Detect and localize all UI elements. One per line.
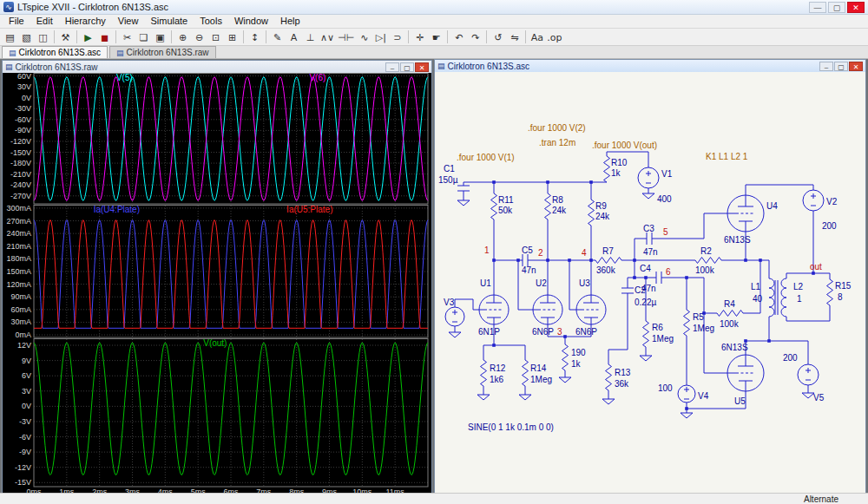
component-label-text[interactable]: 1Meg xyxy=(530,375,552,384)
diode-button[interactable]: ▷| xyxy=(372,29,389,44)
component-label-text[interactable]: 1k xyxy=(571,359,582,369)
resistor-button[interactable]: ∧∨ xyxy=(319,29,336,44)
component-label-text[interactable]: 6N13S xyxy=(724,235,751,245)
run-button[interactable]: ▶ xyxy=(80,29,96,44)
net-label-text[interactable]: 3 xyxy=(557,327,562,337)
move-button[interactable]: ✛ xyxy=(411,29,428,44)
cut-button[interactable]: ✂ xyxy=(119,29,135,44)
tab-schematic[interactable]: ▤Cirklotron 6N13S.asc xyxy=(2,46,108,58)
waveform-minimize-button[interactable]: – xyxy=(385,62,399,72)
schematic-close-button[interactable]: ✕ xyxy=(849,62,863,71)
component-label-text[interactable]: V5 xyxy=(813,393,825,403)
component-label-text[interactable]: 100k xyxy=(720,319,740,329)
component-label-text[interactable]: 150µ xyxy=(438,175,458,185)
spice-directive-text[interactable]: .four 1000 V(out) xyxy=(592,141,657,150)
component-label-text[interactable]: R14 xyxy=(530,363,547,373)
component-label-text[interactable]: 400 xyxy=(657,194,672,204)
tab-waveform[interactable]: ▤Cirklotron 6N13S.raw xyxy=(109,46,216,58)
schematic-canvas[interactable]: .four 1000 V(2).tran 12m.four 1000 V(out… xyxy=(435,72,865,493)
menu-hierarchy[interactable]: Hierarchy xyxy=(59,15,112,28)
net-label-text[interactable]: 5 xyxy=(663,227,668,237)
halt-button[interactable]: ◼ xyxy=(96,29,113,44)
component-button[interactable]: ⊃ xyxy=(389,29,405,44)
component-label-text[interactable]: C4 xyxy=(640,264,651,273)
component-label-text[interactable]: R7 xyxy=(602,246,614,256)
component-label-text[interactable]: R4 xyxy=(724,299,735,309)
component-label-text[interactable]: 8 xyxy=(838,292,843,302)
component-label-text[interactable]: C5 xyxy=(522,245,533,255)
component-label-text[interactable]: 1k xyxy=(611,168,621,178)
redo-button[interactable]: ↷ xyxy=(467,29,483,44)
trace-label-Ia(U5:Plate)[interactable]: Ia(U5:Plate) xyxy=(286,205,332,214)
component-label-text[interactable]: V3 xyxy=(444,298,455,307)
schematic-maximize-button[interactable]: ▢ xyxy=(834,62,848,71)
schematic-window-titlebar[interactable]: ▤ Cirklotron 6N13S.asc –▢✕ xyxy=(435,60,865,72)
component-label-text[interactable]: 1Meg xyxy=(652,334,674,344)
component-label-text[interactable]: U1 xyxy=(480,278,491,288)
wave-pane-plate-currents[interactable]: 300mA270mA240mA210mA180mA150mA120mA90mA6… xyxy=(3,205,431,338)
spice-directive-text[interactable]: K1 L1 L2 1 xyxy=(706,152,748,161)
net-label-text[interactable]: out xyxy=(810,262,822,272)
component-label-text[interactable]: R2 xyxy=(700,246,712,256)
zoom-area-button[interactable]: ⊡ xyxy=(207,29,224,44)
component-label-text[interactable]: R12 xyxy=(490,363,506,373)
ground-button[interactable]: ⊥ xyxy=(302,29,319,44)
component-label-text[interactable]: U4 xyxy=(766,201,778,211)
component-label-text[interactable]: 100k xyxy=(695,265,715,275)
net-label-button[interactable]: A xyxy=(286,29,302,44)
trace-label-V(5)[interactable]: V(5) xyxy=(116,73,133,82)
component-label-text[interactable]: C3 xyxy=(643,224,654,233)
net-label-text[interactable]: 4 xyxy=(582,248,587,258)
component-label-text[interactable]: L2 xyxy=(793,282,804,291)
menu-help[interactable]: Help xyxy=(274,15,306,28)
component-label-text[interactable]: V1 xyxy=(661,169,673,179)
spice-directive-button[interactable]: .op xyxy=(545,29,563,44)
menu-simulate[interactable]: Simulate xyxy=(144,15,194,28)
inductor-button[interactable]: ∿ xyxy=(356,29,372,44)
text-button[interactable]: Aa xyxy=(529,29,545,44)
component-label-text[interactable]: R5 xyxy=(693,312,704,322)
net-label-text[interactable]: 6 xyxy=(666,267,671,277)
menu-view[interactable]: View xyxy=(112,15,145,28)
waveform-window-titlebar[interactable]: ▤ Cirklotron 6N13S.raw –▢✕ xyxy=(3,61,431,73)
component-label-text[interactable]: 360k xyxy=(596,265,616,275)
window-close-button[interactable]: ✕ xyxy=(847,2,865,13)
component-label-text[interactable]: 200 xyxy=(822,221,837,231)
capacitor-button[interactable]: ⊣⊢ xyxy=(336,29,356,44)
component-label-text[interactable]: 6N13S xyxy=(721,343,748,352)
wave-pane-plate-voltages[interactable]: 60V30V0V-30V-60V-90V-120V-150V-180V-210V… xyxy=(3,73,431,205)
component-label-text[interactable]: SINE(0 1 1k 0.1m 0 0) xyxy=(468,422,554,432)
component-label-text[interactable]: U5 xyxy=(734,396,746,406)
schematic-window[interactable]: ▤ Cirklotron 6N13S.asc –▢✕ .four 1000 V(… xyxy=(434,59,866,493)
rotate-button[interactable]: ↺ xyxy=(490,29,506,44)
spice-directive-text[interactable]: .tran 12m xyxy=(539,138,575,147)
component-label-text[interactable]: 1 xyxy=(797,294,802,304)
waveform-close-button[interactable]: ✕ xyxy=(415,62,429,72)
component-label-text[interactable]: C2 xyxy=(635,285,646,295)
component-label-text[interactable]: 190 xyxy=(571,348,586,357)
paste-button[interactable]: ▣ xyxy=(152,29,168,44)
component-label-text[interactable]: 1k6 xyxy=(490,375,504,384)
schematic-drawing[interactable]: .four 1000 V(2).tran 12m.four 1000 V(out… xyxy=(435,72,865,493)
waveform-maximize-button[interactable]: ▢ xyxy=(400,62,414,72)
component-label-text[interactable]: C1 xyxy=(444,164,455,173)
new-schematic-button[interactable]: ▤ xyxy=(2,29,18,44)
component-label-text[interactable]: R11 xyxy=(498,195,514,205)
menu-window[interactable]: Window xyxy=(228,15,274,28)
drag-button[interactable]: ☛ xyxy=(428,29,444,44)
component-label-text[interactable]: U2 xyxy=(536,278,547,288)
spice-directive-text[interactable]: .four 1000 V(1) xyxy=(457,153,515,162)
component-label-text[interactable]: R15 xyxy=(835,281,852,291)
component-label-text[interactable]: 47n xyxy=(522,265,536,275)
component-label-text[interactable]: R9 xyxy=(595,201,607,211)
net-label-text[interactable]: 1 xyxy=(484,245,490,255)
copy-button[interactable]: ❏ xyxy=(135,29,152,44)
menu-tools[interactable]: Tools xyxy=(194,15,228,28)
component-label-text[interactable]: L1 xyxy=(751,282,761,291)
component-label-text[interactable]: 200 xyxy=(783,353,798,363)
component-label-text[interactable]: 36k xyxy=(615,379,629,389)
component-label-text[interactable]: 47n xyxy=(643,247,658,257)
waveform-window[interactable]: ▤ Cirklotron 6N13S.raw –▢✕ 60V30V0V-30V-… xyxy=(2,60,432,493)
menu-file[interactable]: File xyxy=(3,15,30,28)
component-label-text[interactable]: 1Meg xyxy=(693,324,714,333)
